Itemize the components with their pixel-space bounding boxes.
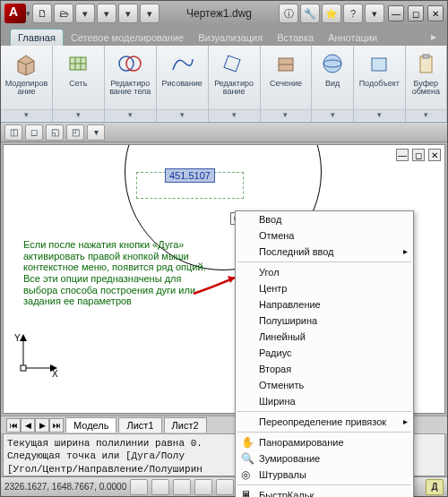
- qat-drop-3[interactable]: ▾: [118, 4, 138, 23]
- panel-label: Редактиро вание тела: [105, 80, 156, 97]
- sheet-nav-first-icon[interactable]: ⏮: [6, 418, 21, 433]
- cube-icon: [12, 49, 40, 78]
- panel-drop-icon[interactable]: ▾: [1, 109, 52, 120]
- subobject-icon: [365, 49, 393, 78]
- ctx-direction[interactable]: Направление: [236, 296, 413, 313]
- help-drop-icon[interactable]: ▾: [365, 4, 384, 23]
- ctx-steering[interactable]: Штурвалы: [236, 467, 413, 483]
- ctx-undo[interactable]: Отменить: [236, 377, 413, 393]
- tab-home[interactable]: Главная: [10, 29, 64, 46]
- annotation-text: Если после нажатия кнопки «Дуга» активир…: [23, 239, 216, 307]
- panel-label: Сеть: [69, 80, 87, 88]
- status-btn-2[interactable]: [151, 479, 169, 495]
- tab-mesh-modeling[interactable]: Сетевое моделирование: [64, 30, 191, 46]
- ctx-second[interactable]: Вторая: [236, 361, 413, 377]
- help-icon[interactable]: ?: [343, 4, 363, 23]
- panel-solid-editing[interactable]: Редактиро вание тела ▾: [105, 46, 157, 122]
- status-coordinates: 2326.1627, 1648.7667, 0.0000: [4, 482, 126, 492]
- clipboard-icon: [411, 49, 440, 78]
- svg-rect-10: [224, 56, 240, 72]
- tab-insert[interactable]: Вставка: [270, 30, 321, 46]
- subtool-3[interactable]: ◱: [46, 124, 64, 141]
- tab-visualization[interactable]: Визуализация: [191, 30, 270, 46]
- panel-modeling[interactable]: Моделиров ание ▾: [1, 46, 53, 122]
- panel-drop-icon[interactable]: ▾: [261, 109, 312, 120]
- status-btn-5[interactable]: [216, 479, 234, 495]
- svg-point-13: [323, 55, 341, 73]
- qat-drop-1[interactable]: ▾: [75, 4, 95, 23]
- panel-label: Рисование: [162, 80, 202, 88]
- panel-view[interactable]: Вид ▾: [312, 46, 353, 122]
- panel-drop-icon[interactable]: ▾: [209, 109, 260, 120]
- status-cmd-button[interactable]: Д: [426, 479, 444, 495]
- svg-text:X: X: [52, 369, 58, 377]
- qat-new-icon[interactable]: 🗋: [32, 4, 52, 23]
- ctx-separator: [237, 261, 411, 262]
- panel-drop-icon[interactable]: ▾: [53, 109, 104, 120]
- panel-drop-icon[interactable]: ▾: [105, 109, 156, 120]
- subtool-5[interactable]: ▾: [87, 124, 105, 141]
- ctx-enter[interactable]: Ввод: [236, 211, 413, 227]
- ctx-recent[interactable]: Последний ввод: [236, 244, 413, 260]
- panel-clipboard[interactable]: Буфер обмена ▾: [406, 46, 447, 122]
- qat-open-icon[interactable]: 🗁: [54, 4, 73, 23]
- subtool-4[interactable]: ◰: [66, 124, 84, 141]
- ctx-line[interactable]: Линейный: [236, 329, 413, 345]
- svg-rect-16: [420, 56, 432, 73]
- minimize-button[interactable]: —: [388, 5, 404, 21]
- panel-drop-icon[interactable]: ▾: [312, 109, 352, 120]
- ctx-cancel[interactable]: Отмена: [236, 227, 413, 244]
- sheet-nav-last-icon[interactable]: ⏭: [49, 418, 64, 433]
- panel-drop-icon[interactable]: ▾: [406, 109, 446, 120]
- ctx-radius[interactable]: Радиус: [236, 345, 413, 361]
- sheet-nav-prev-icon[interactable]: ◀: [21, 418, 35, 433]
- ucs-icon: YX: [14, 332, 59, 377]
- status-btn-1[interactable]: [130, 479, 148, 495]
- layout-tab-model[interactable]: Модель: [65, 417, 116, 433]
- subtool-1[interactable]: ◫: [4, 124, 22, 141]
- panel-drop-icon[interactable]: ▾: [157, 109, 208, 120]
- maximize-button[interactable]: ◻: [408, 5, 424, 21]
- sheet-nav-next-icon[interactable]: ▶: [35, 418, 49, 433]
- panel-drop-icon[interactable]: ▾: [354, 109, 405, 120]
- tab-annotations[interactable]: Аннотации: [321, 30, 384, 46]
- status-btn-4[interactable]: [194, 479, 212, 495]
- draw-icon: [168, 49, 196, 78]
- info-icon[interactable]: ⓘ: [279, 4, 298, 23]
- panel-draw[interactable]: Рисование ▾: [157, 46, 209, 122]
- ctx-halfwidth[interactable]: Полуширина: [236, 313, 413, 329]
- panel-subobject[interactable]: Подобъект ▾: [354, 46, 406, 122]
- status-btn-3[interactable]: [173, 479, 191, 495]
- ribbon-tabs: Главная Сетевое моделирование Визуализац…: [1, 26, 447, 46]
- svg-rect-17: [423, 55, 429, 58]
- ctx-pan[interactable]: Панорамирование: [236, 434, 413, 450]
- panel-section[interactable]: Сечение ▾: [261, 46, 313, 122]
- panel-label: Буфер обмена: [406, 80, 446, 97]
- ctx-width[interactable]: Ширина: [236, 393, 413, 409]
- qat-drop-2[interactable]: ▾: [97, 4, 116, 23]
- star-icon[interactable]: ⭐: [322, 4, 341, 23]
- tabs-overflow-icon[interactable]: ▸: [426, 28, 442, 46]
- ctx-quickcalc[interactable]: БыстрКальк: [236, 487, 413, 497]
- ctx-zoom[interactable]: Зумирование: [236, 450, 413, 467]
- edit-icon: [220, 49, 248, 78]
- layout-tab-sheet2[interactable]: Лист2: [164, 417, 207, 433]
- panel-modify[interactable]: Редактиро вание ▾: [209, 46, 261, 122]
- view-icon: [318, 49, 347, 78]
- layout-tab-sheet1[interactable]: Лист1: [118, 417, 161, 433]
- panel-label: Подобъект: [359, 80, 400, 88]
- qat-drop-4[interactable]: ▾: [140, 4, 159, 23]
- ctx-osnap-override[interactable]: Переопределение привязок: [236, 414, 413, 430]
- dynamic-dimension[interactable]: 451.5107: [165, 168, 215, 183]
- wrench-icon[interactable]: 🔧: [300, 4, 320, 23]
- subtool-2[interactable]: ◻: [25, 124, 43, 141]
- svg-rect-15: [372, 58, 386, 71]
- context-menu: Ввод Отмена Последний ввод Угол Центр На…: [235, 210, 414, 497]
- ctx-angle[interactable]: Угол: [236, 264, 413, 280]
- panel-mesh[interactable]: Сеть ▾: [53, 46, 105, 122]
- mesh-icon: [64, 49, 92, 78]
- app-menu-button[interactable]: [4, 4, 26, 23]
- close-button[interactable]: ✕: [427, 5, 444, 21]
- ctx-center[interactable]: Центр: [236, 280, 413, 296]
- ribbon: Моделиров ание ▾ Сеть ▾ Редактиро вание …: [1, 46, 447, 123]
